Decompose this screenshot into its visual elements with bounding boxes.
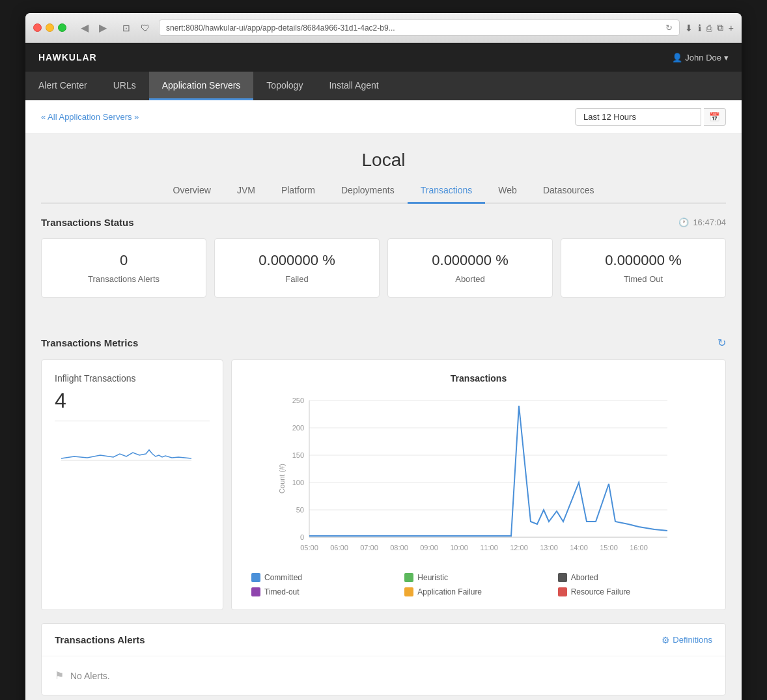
transactions-alerts-label: Transactions Alerts	[55, 274, 193, 284]
svg-text:07:00: 07:00	[360, 544, 378, 552]
time-selector: 📅	[575, 108, 726, 126]
timestamp-display: 🕐 16:47:04	[678, 217, 726, 227]
svg-text:250: 250	[292, 397, 304, 404]
download-button[interactable]: ⬇	[685, 23, 693, 33]
sub-tabs: Overview JVM Platform Deployments Transa…	[41, 178, 726, 204]
svg-text:16:00: 16:00	[630, 544, 648, 552]
nav-urls[interactable]: URLs	[100, 72, 149, 100]
legend-app-failure: Application Failure	[404, 587, 552, 596]
breadcrumb: « All Application Servers »	[41, 112, 139, 122]
resource-failure-color	[558, 587, 567, 596]
legend-timed-out: Timed-out	[251, 587, 399, 596]
app-header: HAWKULAR 👤 John Doe ▾	[25, 43, 742, 72]
tab-web[interactable]: Web	[485, 178, 530, 204]
nav-application-servers[interactable]: Application Servers	[149, 72, 254, 100]
breadcrumb-sep: »	[134, 112, 139, 122]
forward-button[interactable]: ▶	[95, 20, 111, 35]
failed-label: Failed	[228, 274, 366, 284]
time-range-input[interactable]	[575, 108, 701, 126]
tab-overview[interactable]: Overview	[160, 178, 224, 204]
timed-out-color	[251, 587, 260, 596]
content-area: « All Application Servers » 📅 Local Over…	[25, 100, 742, 700]
svg-text:15:00: 15:00	[600, 544, 618, 552]
legend-resource-failure: Resource Failure	[558, 587, 706, 596]
back-button[interactable]: ◀	[77, 20, 92, 35]
tab-datasources[interactable]: Datasources	[530, 178, 607, 204]
tab-deployments[interactable]: Deployments	[328, 178, 408, 204]
alerts-title: Transactions Alerts	[55, 634, 145, 645]
browser-titlebar: ◀ ▶ ⊡ 🛡 snert:8080/hawkular-ui/app/app-d…	[25, 13, 742, 43]
reload-button[interactable]: ↻	[665, 23, 673, 33]
timestamp-value: 16:47:04	[693, 217, 726, 227]
committed-color	[251, 573, 260, 582]
svg-text:50: 50	[296, 506, 304, 514]
svg-text:08:00: 08:00	[390, 544, 408, 552]
aborted-label: Aborted	[401, 274, 539, 284]
transactions-chart-card: Transactions 0	[231, 359, 726, 610]
heuristic-color	[404, 573, 413, 582]
svg-text:05:00: 05:00	[300, 544, 318, 552]
alerts-header: Transactions Alerts ⚙ Definitions	[42, 624, 725, 656]
legend-aborted: Aborted	[558, 573, 706, 582]
refresh-icon[interactable]: ↻	[718, 337, 726, 349]
transactions-alerts-value: 0	[55, 252, 193, 269]
maximize-button[interactable]	[58, 23, 66, 32]
user-icon: 👤	[672, 53, 682, 63]
timed-out-label: Timed Out	[574, 274, 712, 284]
timed-out-value: 0.000000 %	[574, 252, 712, 269]
share-button[interactable]: ⎙	[706, 23, 712, 33]
right-icons: ⬇ ℹ ⎙ ⧉ +	[685, 22, 734, 33]
app-logo: HAWKULAR	[38, 52, 97, 63]
transactions-metrics-section: Transactions Metrics ↻ Inflight Transact…	[25, 326, 742, 623]
minimize-button[interactable]	[46, 23, 54, 32]
svg-text:200: 200	[292, 424, 304, 432]
calendar-button[interactable]: 📅	[704, 108, 726, 126]
address-bar[interactable]: snert:8080/hawkular-ui/app/app-details/8…	[159, 20, 680, 36]
user-menu[interactable]: 👤 John Doe ▾	[672, 53, 729, 63]
svg-text:10:00: 10:00	[450, 544, 468, 552]
metrics-title: Transactions Metrics	[41, 337, 138, 348]
nav-install-agent[interactable]: Install Agent	[316, 72, 391, 100]
heuristic-label: Heuristic	[417, 573, 448, 582]
reader-button[interactable]: ⊡	[119, 21, 134, 35]
info-button[interactable]: ℹ	[698, 23, 701, 33]
url-text: snert:8080/hawkular-ui/app/app-details/8…	[166, 23, 395, 33]
svg-text:13:00: 13:00	[540, 544, 558, 552]
tab-platform[interactable]: Platform	[268, 178, 328, 204]
tab-jvm[interactable]: JVM	[224, 178, 268, 204]
transactions-alerts-card: 0 Transactions Alerts	[41, 238, 206, 298]
no-alerts-display: ⚑ No Alerts.	[42, 656, 725, 695]
aborted-color	[558, 573, 567, 582]
nav-topology[interactable]: Topology	[253, 72, 316, 100]
traffic-lights	[33, 23, 66, 32]
chart-legend: Committed Heuristic Aborted	[245, 573, 712, 596]
svg-text:11:00: 11:00	[480, 544, 498, 552]
timed-out-card: 0.000000 % Timed Out	[561, 238, 726, 298]
svg-text:06:00: 06:00	[330, 544, 348, 552]
nav-alert-center[interactable]: Alert Center	[25, 72, 100, 100]
breadcrumb-link[interactable]: « All Application Servers	[41, 112, 132, 122]
status-cards: 0 Transactions Alerts 0.000000 % Failed …	[41, 238, 726, 298]
definitions-link[interactable]: ⚙ Definitions	[662, 635, 712, 645]
transactions-chart-svg: 0 50 100 150 200 250 Count (#) 05:00	[245, 394, 712, 563]
nav-arrows: ◀ ▶	[77, 20, 111, 35]
status-section-title: Transactions Status	[41, 217, 134, 228]
chart-container: 0 50 100 150 200 250 Count (#) 05:00	[245, 394, 712, 565]
reading-list-button[interactable]: ⧉	[717, 22, 723, 33]
committed-label: Committed	[264, 573, 302, 582]
flag-icon: ⚑	[55, 669, 64, 682]
transactions-alerts-section: Transactions Alerts ⚙ Definitions ⚑ No A…	[41, 623, 726, 695]
main-nav: Alert Center URLs Application Servers To…	[25, 72, 742, 100]
aborted-legend-label: Aborted	[571, 573, 598, 582]
aborted-card: 0.000000 % Aborted	[387, 238, 553, 298]
browser-icons: ⊡ 🛡	[119, 21, 154, 35]
shield-button[interactable]: 🛡	[137, 21, 154, 35]
tab-transactions[interactable]: Transactions	[408, 178, 486, 204]
timed-out-legend-label: Timed-out	[264, 587, 300, 596]
close-button[interactable]	[33, 23, 42, 32]
new-tab-button[interactable]: +	[729, 23, 734, 33]
status-section-header: Transactions Status 🕐 16:47:04	[41, 217, 726, 228]
no-alerts-text: No Alerts.	[70, 671, 110, 681]
clock-icon: 🕐	[678, 217, 689, 227]
resource-failure-label: Resource Failure	[571, 587, 630, 596]
